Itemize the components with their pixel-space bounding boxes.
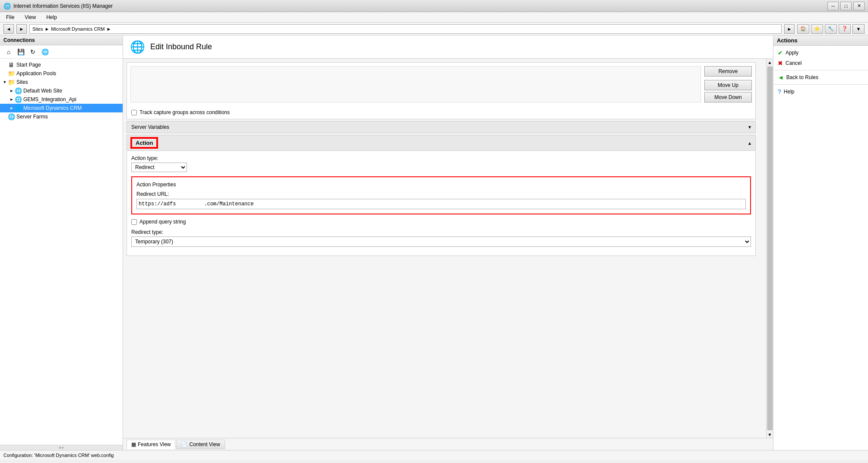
action-type-group: Action type: Redirect None Rewrite Custo… bbox=[131, 155, 751, 172]
address-field: Sites ► Microsoft Dynamics CRM ► bbox=[29, 24, 782, 34]
toolbar-home-button[interactable]: ⌂ bbox=[3, 47, 14, 57]
append-query-checkbox[interactable] bbox=[131, 219, 137, 225]
status-text: Configuration: 'Microsoft Dynamics CRM' … bbox=[3, 453, 114, 458]
scroll-down-arrow[interactable]: ▼ bbox=[767, 431, 773, 438]
maximize-button[interactable]: □ bbox=[840, 2, 852, 10]
expand-icon-dynamics: ► bbox=[9, 105, 15, 111]
address-bar: ◄ ► Sites ► Microsoft Dynamics CRM ► ► 🏠… bbox=[0, 22, 868, 35]
tab-content-view[interactable]: 📄 Content View bbox=[176, 440, 225, 449]
back-icon: ◄ bbox=[778, 74, 784, 81]
tree-item-app-pools[interactable]: 📁 Application Pools bbox=[0, 69, 123, 78]
menu-file[interactable]: File bbox=[3, 13, 17, 21]
action-properties-title: Action Properties bbox=[136, 182, 746, 188]
action-back-to-rules[interactable]: ◄ Back to Rules bbox=[773, 72, 868, 83]
nav-star-button[interactable]: ⭐ bbox=[811, 24, 823, 34]
action-help[interactable]: ? Help bbox=[773, 86, 868, 97]
nav-home-button[interactable]: 🏠 bbox=[797, 24, 809, 34]
action-collapse-icon[interactable]: ▴ bbox=[748, 140, 751, 146]
action-cancel[interactable]: ✖ Cancel bbox=[773, 58, 868, 68]
apply-icon: ✔ bbox=[778, 49, 783, 56]
minimize-button[interactable]: ─ bbox=[827, 2, 839, 10]
remove-button[interactable]: Remove bbox=[704, 66, 752, 77]
action-type-label: Action type: bbox=[131, 155, 751, 161]
app-pools-icon: 📁 bbox=[8, 70, 15, 77]
cancel-label: Cancel bbox=[786, 60, 801, 66]
vertical-scrollbar[interactable]: ▲ ▼ bbox=[766, 59, 773, 438]
content-header: 🌐 Edit Inbound Rule bbox=[123, 35, 773, 59]
back-button[interactable]: ◄ bbox=[3, 24, 14, 34]
server-farms-icon: 🌐 bbox=[8, 113, 15, 120]
append-query-row: Append query string bbox=[131, 219, 751, 225]
conditions-controls: Remove Move Up Move Down bbox=[704, 66, 752, 102]
track-capture-checkbox[interactable] bbox=[131, 110, 137, 115]
toolbar-save-button[interactable]: 💾 bbox=[16, 47, 26, 57]
resize-handle[interactable]: ◄► bbox=[0, 445, 123, 450]
redirect-type-group: Redirect type: Permanent (301) Found (30… bbox=[131, 229, 751, 247]
action-body: Action type: Redirect None Rewrite Custo… bbox=[127, 151, 755, 255]
menu-view[interactable]: View bbox=[22, 13, 38, 21]
redirect-url-label: Redirect URL: bbox=[136, 191, 746, 197]
toolbar-browse-button[interactable]: 🌐 bbox=[40, 47, 50, 57]
redirect-type-select[interactable]: Permanent (301) Found (302) See Other (3… bbox=[131, 236, 751, 247]
move-down-button[interactable]: Move Down bbox=[704, 92, 752, 102]
tree-item-sites[interactable]: ▼ 📁 Sites bbox=[0, 78, 123, 86]
help-icon: ? bbox=[778, 88, 781, 95]
tree-item-server-farms[interactable]: 🌐 Server Farms bbox=[0, 112, 123, 121]
expand-icon-farms bbox=[2, 114, 8, 120]
track-capture-label: Track capture groups across conditions bbox=[139, 109, 230, 115]
breadcrumb-sep-2: ► bbox=[106, 26, 111, 32]
breadcrumb-sep-1: ► bbox=[44, 26, 49, 32]
scrollable-content: Remove Move Up Move Down Track capture g… bbox=[123, 59, 766, 438]
connections-toolbar: ⌂ 💾 ↻ 🌐 bbox=[0, 45, 123, 59]
scroll-thumb[interactable] bbox=[767, 67, 773, 430]
forward-button[interactable]: ► bbox=[16, 24, 27, 34]
nav-dropdown-button[interactable]: ▼ bbox=[852, 24, 865, 34]
right-panel: Actions ✔ Apply ✖ Cancel ◄ Back to Rules… bbox=[773, 35, 868, 450]
conditions-body: Remove Move Up Move Down bbox=[127, 63, 755, 106]
nav-wrench-button[interactable]: 🔧 bbox=[825, 24, 837, 34]
page-title: Edit Inbound Rule bbox=[150, 42, 212, 51]
back-label: Back to Rules bbox=[786, 74, 818, 80]
app-icon: 🌐 bbox=[3, 3, 11, 10]
tree-item-dynamics[interactable]: ► 🌐 Microsoft Dynamics CRM bbox=[0, 104, 123, 112]
action-properties-box: Action Properties Redirect URL: bbox=[131, 176, 751, 214]
features-view-label: Features View bbox=[138, 441, 171, 447]
connections-header: Connections bbox=[0, 35, 123, 45]
address-go-button[interactable]: ► bbox=[784, 24, 795, 34]
expand-icon-default: ► bbox=[9, 88, 15, 94]
cancel-icon: ✖ bbox=[778, 60, 783, 67]
toolbar-refresh-button[interactable]: ↻ bbox=[28, 47, 38, 57]
action-type-select[interactable]: Redirect None Rewrite Custom Response Ab… bbox=[131, 163, 187, 172]
tree-item-start-page[interactable]: 🖥 Start Page bbox=[0, 61, 123, 69]
tree-label-default-site: Default Web Site bbox=[23, 88, 62, 94]
nav-help-button[interactable]: ❓ bbox=[839, 24, 851, 34]
server-variables-section[interactable]: Server Variables ▾ bbox=[127, 121, 756, 133]
divider-1 bbox=[773, 70, 868, 70]
tab-features-view[interactable]: ▦ Features View bbox=[127, 440, 175, 449]
redirect-url-input[interactable] bbox=[136, 199, 746, 209]
server-variables-toggle-icon: ▾ bbox=[748, 124, 751, 130]
actions-panel-header: Actions bbox=[773, 35, 868, 46]
start-page-icon: 🖥 bbox=[8, 61, 15, 68]
action-apply[interactable]: ✔ Apply bbox=[773, 48, 868, 58]
breadcrumb-dynamics[interactable]: Microsoft Dynamics CRM bbox=[51, 26, 105, 32]
menu-help[interactable]: Help bbox=[44, 13, 60, 21]
tree-item-default-site[interactable]: ► 🌐 Default Web Site bbox=[0, 86, 123, 95]
tree-label-gems: GEMS_Integration_Api bbox=[23, 96, 76, 102]
action-section-header: Action ▴ bbox=[127, 135, 755, 151]
tree-item-gems[interactable]: ► 🌐 GEMS_Integration_Api bbox=[0, 95, 123, 104]
divider-2 bbox=[773, 84, 868, 85]
content-wrapper: Remove Move Up Move Down Track capture g… bbox=[123, 59, 773, 438]
default-site-icon: 🌐 bbox=[15, 87, 22, 94]
tree-label-server-farms: Server Farms bbox=[16, 114, 48, 120]
expand-icon bbox=[2, 62, 8, 68]
left-panel: Connections ⌂ 💾 ↻ 🌐 🖥 Start Page 📁 Appli… bbox=[0, 35, 123, 450]
expand-icon-sites: ▼ bbox=[2, 79, 8, 85]
dynamics-icon: 🌐 bbox=[15, 105, 22, 112]
title-bar: 🌐 Internet Information Services (IIS) Ma… bbox=[0, 0, 868, 12]
breadcrumb-sites[interactable]: Sites bbox=[32, 26, 43, 32]
move-up-button[interactable]: Move Up bbox=[704, 80, 752, 90]
tree-label-sites: Sites bbox=[16, 79, 28, 85]
scroll-up-arrow[interactable]: ▲ bbox=[767, 59, 773, 66]
close-button[interactable]: ✕ bbox=[853, 2, 865, 10]
